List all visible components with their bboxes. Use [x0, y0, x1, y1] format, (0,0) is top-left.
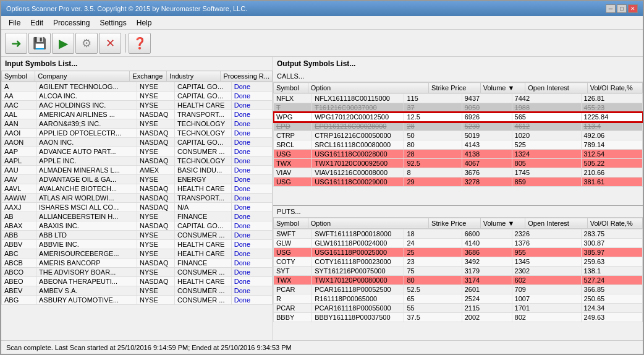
puts-col-symbol[interactable]: Symbol: [274, 218, 308, 228]
table-row[interactable]: AAVLAVALANCHE BIOTECH...NASDAQHEALTH CAR…: [2, 184, 273, 194]
company-cell: AAON INC.: [36, 138, 137, 147]
table-row[interactable]: ABBABB LTDNYSECONSUMER ...Done: [2, 231, 273, 240]
table-row[interactable]: USGUSG161118C000280002841381324312.54: [274, 150, 643, 159]
col-processing[interactable]: Processing R...: [221, 71, 273, 82]
table-row[interactable]: SWFTSWFT161118P000180001866002326283.75: [274, 229, 643, 238]
table-row[interactable]: WPGWPG170120C0001250012.569265651225.84: [274, 113, 643, 122]
table-row[interactable]: AAOIAPPLIED OPTOELECTR...NASDAQTECHNOLOG…: [2, 129, 273, 138]
puts-col-voloi[interactable]: Vol/OI Rate,%: [587, 218, 642, 228]
calls-col-symbol[interactable]: Symbol: [274, 83, 308, 93]
option-cell: COTY161118P00023000: [312, 257, 404, 266]
volume-cell: 2601: [462, 284, 512, 294]
table-row[interactable]: USGUSG161118C00029000293278859381.61: [274, 178, 643, 187]
table-row[interactable]: ABALLIANCEBERSTEIN H...NYSEFINANCEDone: [2, 212, 273, 221]
input-table-scroll[interactable]: AAGILENT TECHNOLOG...NYSECAPITAL GO...Do…: [1, 82, 273, 305]
puts-col-volume[interactable]: Volume ▼: [480, 218, 525, 228]
symbol-cell: USG: [274, 247, 312, 257]
close-button[interactable]: ✕: [628, 4, 638, 13]
table-row[interactable]: ABBVABBVIE INC.NYSEHEALTH CAREDone: [2, 240, 273, 249]
settings-button[interactable]: ⚙: [75, 33, 98, 54]
table-row[interactable]: NFLXNFLX161118C0011500011594377442126.81: [274, 94, 643, 103]
volume-cell: 3179: [462, 266, 512, 275]
table-row[interactable]: PCARPCAR161118P0005250052.52601709366.85: [274, 284, 643, 294]
table-row[interactable]: AAGILENT TECHNOLOG...NYSECAPITAL GO...Do…: [2, 82, 273, 92]
table-row[interactable]: AAWWATLAS AIR WORLDWI...NASDAQTRANSPORT.…: [2, 194, 273, 203]
minimize-button[interactable]: ─: [606, 4, 616, 13]
table-row[interactable]: ABAXABAXIS INC.NASDAQCAPITAL GO...Done: [2, 221, 273, 231]
table-row[interactable]: AANAARON&#39;S INC.NYSETECHNOLOGYDone: [2, 119, 273, 129]
puts-table-header: Symbol Option Strike Price Volume ▼ Open…: [273, 218, 643, 229]
table-row[interactable]: CTRPCTRP161216C000500005050191020492.06: [274, 131, 643, 140]
exchange-cell: NYSE: [137, 175, 174, 184]
strike-cell: 37.5: [404, 312, 462, 322]
col-company[interactable]: Company: [35, 71, 130, 82]
table-row[interactable]: SRCLSRCL161118C00080000804143525789.14: [274, 140, 643, 150]
maximize-button[interactable]: □: [617, 4, 627, 13]
puts-data-table: SWFTSWFT161118P000180001866002326283.75G…: [273, 229, 643, 322]
table-row[interactable]: AACAAC HOLDINGS INC.NYSEHEALTH CAREDone: [2, 101, 273, 110]
calls-col-volume[interactable]: Volume ▼: [480, 83, 525, 93]
strike-cell: 80: [404, 140, 462, 150]
puts-col-strike[interactable]: Strike Price: [429, 218, 481, 228]
voloi-cell: 312.54: [581, 150, 643, 159]
table-row[interactable]: RR161118P000650006525241007250.65: [274, 294, 643, 303]
table-row[interactable]: COTYCOTY161118P000230002334921345259.63: [274, 257, 643, 266]
industry-cell: CAPITAL GO...: [175, 138, 232, 147]
table-row[interactable]: EPDEPD161216C000280002852304612113.4: [274, 122, 643, 131]
col-exchange[interactable]: Exchange: [130, 71, 167, 82]
help-button[interactable]: ❓: [129, 33, 151, 54]
puts-col-oi[interactable]: Open Interest: [525, 218, 587, 228]
table-row[interactable]: BBBYBBBY161118P0003750037.52002802249.63: [274, 312, 643, 322]
table-row[interactable]: TWXTWX170120P00080000803174602527.24: [274, 275, 643, 284]
exchange-cell: NASDAQ: [137, 156, 174, 166]
puts-table-scroll[interactable]: SWFTSWFT161118P000180001866002326283.75G…: [273, 229, 643, 341]
menu-help[interactable]: Help: [132, 17, 157, 28]
menu-settings[interactable]: Settings: [95, 17, 131, 28]
calls-table-header: Symbol Option Strike Price Volume ▼ Open…: [273, 82, 643, 93]
calls-table-scroll[interactable]: NFLXNFLX161118C0011500011594377442126.81…: [273, 93, 643, 205]
table-row[interactable]: TT161216C000370003790501988455.23: [274, 103, 643, 113]
table-row[interactable]: PCARPCAR161118P000550005521151701124.34: [274, 303, 643, 312]
table-row[interactable]: AAALCOA INC.NYSECAPITAL GO...Done: [2, 92, 273, 101]
col-symbol[interactable]: Symbol: [2, 71, 35, 82]
left-panel: Input Symbols List... Symbol Company Exc…: [1, 57, 273, 340]
menu-processing[interactable]: Processing: [48, 17, 95, 28]
table-row[interactable]: AAXJISHARES MSCI ALL CO...NASDAQN/ADone: [2, 203, 273, 212]
industry-cell: CAPITAL GO...: [175, 82, 232, 92]
col-industry[interactable]: Industry: [167, 71, 221, 82]
table-row[interactable]: ABCAMERISOURCEBERGE...NYSEHEALTH CAREDon…: [2, 249, 273, 259]
table-row[interactable]: ABEOABEONA THERAPEUTI...NASDAQHEALTH CAR…: [2, 277, 273, 286]
exchange-cell: NYSE: [137, 101, 174, 110]
puts-col-option[interactable]: Option: [308, 218, 428, 228]
calls-col-option[interactable]: Option: [308, 83, 428, 93]
menu-file[interactable]: File: [4, 17, 25, 28]
table-row[interactable]: USGUSG161118P00025000253686955385.97: [274, 247, 643, 257]
menu-edit[interactable]: Edit: [25, 17, 48, 28]
stop-button[interactable]: ✕: [99, 33, 121, 54]
table-row[interactable]: TWXTWX170120C0009250092.54067805505.22: [274, 159, 643, 168]
table-row[interactable]: ABCBAMERIS BANCORPNASDAQFINANCEDone: [2, 259, 273, 268]
table-row[interactable]: SYTSYT161216P000750007531792302138.1: [274, 266, 643, 275]
industry-cell: FINANCE: [175, 212, 232, 221]
symbol-cell: EPD: [274, 122, 312, 131]
save-button[interactable]: 💾: [28, 33, 51, 54]
industry-cell: HEALTH CARE: [175, 101, 232, 110]
run-button[interactable]: ▶: [52, 33, 74, 54]
open-button[interactable]: ➜: [5, 33, 27, 54]
calls-col-oi[interactable]: Open Interest: [525, 83, 587, 93]
calls-col-voloi[interactable]: Vol/OI Rate,%: [587, 83, 642, 93]
table-row[interactable]: GLWGLW161118P000240002441401376300.87: [274, 238, 643, 247]
calls-data-table: NFLXNFLX161118C0011500011594377442126.81…: [273, 93, 643, 187]
table-row[interactable]: ABEVAMBEV S.A.NYSECONSUMER ...Done: [2, 286, 273, 296]
table-row[interactable]: AAPADVANCE AUTO PART...NYSECONSUMER ...D…: [2, 147, 273, 156]
calls-col-strike[interactable]: Strike Price: [429, 83, 481, 93]
status-cell: Done: [231, 249, 272, 259]
table-row[interactable]: ABCOTHE ADVISORY BOAR...NYSECONSUMER ...…: [2, 268, 273, 277]
table-row[interactable]: AAUALMADEN MINERALS L...AMEXBASIC INDU..…: [2, 166, 273, 175]
table-row[interactable]: ABGASBURY AUTOMOTIVE...NYSECONSUMER ...D…: [2, 296, 273, 305]
table-row[interactable]: AALAMERICAN AIRLINES ...NASDAQTRANSPORT.…: [2, 110, 273, 119]
table-row[interactable]: AAVADVANTAGE OIL & GA...NYSEENERGYDone: [2, 175, 273, 184]
table-row[interactable]: AAONAAON INC.NASDAQCAPITAL GO...Done: [2, 138, 273, 147]
table-row[interactable]: AAPLAPPLE INC.NASDAQTECHNOLOGYDone: [2, 156, 273, 166]
table-row[interactable]: VIAVVIAV161216C00008000836761745210.66: [274, 168, 643, 178]
